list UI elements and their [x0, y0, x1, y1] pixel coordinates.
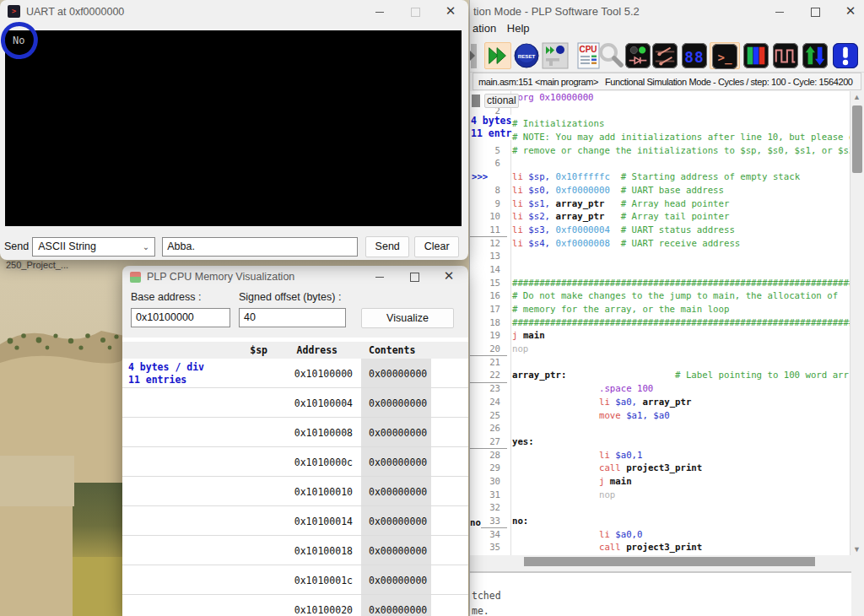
uart-window: > UART at 0xf0000000 ✕ No Send ASCII Str… [0, 0, 468, 260]
code-line: 22array_ptr: # Label pointing to 100 wor… [470, 369, 850, 382]
code-line: 21 [470, 356, 850, 370]
uart-clear-button[interactable]: Clear [414, 236, 459, 257]
code-editor[interactable]: 1.org 0x1000000023# Initializations4# NO… [470, 91, 850, 555]
drag-artifact [472, 95, 480, 107]
code-line: 16# Do not make changes to the jump to m… [470, 289, 850, 303]
column-sp: $sp [250, 344, 267, 356]
drag-artifact-bytes: 4 bytes11 entr [471, 115, 511, 140]
menu-simulation[interactable]: ation [472, 22, 496, 35]
memory-table-row: 0x1010000c0x00000000 [122, 447, 468, 477]
code-line: 18######################################… [470, 316, 850, 330]
memory-titlebar: PLP CPU Memory Visualization ✕ [122, 266, 468, 288]
svg-text:RESET: RESET [518, 53, 536, 59]
uart-minimize-button[interactable] [363, 0, 397, 23]
desktop-icon-label[interactable]: 250_Project_... [6, 260, 68, 270]
code-line: >>>li $sp, 0x10fffffc # Starting address… [470, 170, 850, 184]
plp-titlebar: tion Mode - PLP Software Tool 5.2 ✕ [470, 0, 864, 22]
plp-statusbar: main.asm:151 <main program> Functional S… [470, 73, 864, 91]
visualize-button[interactable]: Visualize [361, 308, 454, 328]
code-line: 17# memory for the array, or the main lo… [470, 303, 850, 316]
search-icon[interactable] [597, 42, 624, 69]
uart-close-button[interactable]: ✕ [434, 0, 467, 23]
uart-window-title: UART at 0xf0000000 [26, 6, 124, 18]
uart-send-button[interactable]: Send [365, 236, 409, 257]
send-mode-select[interactable]: ASCII String⌄ [32, 237, 155, 257]
code-line: 33no: [470, 515, 850, 528]
code-line: 2 [470, 105, 850, 118]
step-watch-icon[interactable] [542, 42, 569, 69]
uart-terminal-icon[interactable]: >_ [710, 42, 740, 69]
svg-text:88: 88 [684, 48, 704, 66]
uart-controls: Send ASCII String⌄ Abba. Send Clear [0, 233, 468, 260]
send-label: Send [4, 240, 29, 252]
memory-maximize-button[interactable] [397, 265, 431, 288]
memory-table: $sp Address Contents 4 bytes / div 11 en… [122, 338, 468, 616]
offset-input[interactable]: 40 [239, 308, 346, 327]
waveform-icon[interactable] [771, 42, 798, 69]
code-line: 15######################################… [470, 277, 850, 290]
svg-text:CPU: CPU [579, 45, 597, 54]
plp-menubar: ation Help [470, 22, 864, 39]
memory-table-row: 0x101000100x00000000 [122, 477, 468, 506]
rgb-led-icon[interactable] [742, 42, 769, 69]
code-line: 10li $s2, array_ptr # Array tail pointer [470, 210, 850, 224]
editor-hscrollbar[interactable] [470, 555, 850, 568]
desktop: 250_Project_... tion Mode - PLP Software… [0, 0, 864, 616]
base-address-input[interactable]: 0x10100000 [131, 308, 230, 327]
code-line: 27yes: [470, 435, 850, 449]
plp-window: tion Mode - PLP Software Tool 5.2 ✕ atio… [469, 0, 864, 616]
code-line: 19j main [470, 329, 850, 343]
run-icon[interactable] [484, 42, 511, 69]
reset-icon[interactable]: RESET [513, 42, 540, 69]
memory-table-row: 0x101000080x00000000 [122, 418, 468, 447]
code-line: 25 move $a1, $a0 [470, 409, 850, 423]
code-line: 34 li $a0,0 [470, 528, 850, 542]
code-line: 30 j main [470, 475, 850, 489]
code-line: 12li $s4, 0xf0000008 # UART receive addr… [470, 237, 850, 251]
switches-icon[interactable] [651, 42, 678, 69]
memory-minimize-button[interactable] [363, 265, 397, 288]
editor-vscrollbar[interactable]: ▲ ▼ [850, 91, 864, 555]
code-line: 6 [470, 157, 850, 170]
seven-segment-icon[interactable]: 88 [680, 42, 707, 69]
column-address: Address [297, 344, 338, 356]
code-line: 26 [470, 422, 850, 435]
svg-text:>_: >_ [718, 51, 732, 65]
step-arrow-icon [470, 51, 475, 61]
memory-table-row: 0x101000140x00000000 [122, 506, 468, 536]
uart-input[interactable]: Abba. [162, 237, 358, 257]
menu-help[interactable]: Help [507, 22, 530, 35]
uart-terminal[interactable]: No [5, 30, 462, 226]
code-line: 4# NOTE: You may add initializations aft… [470, 131, 850, 144]
code-line: 28 li $a0,1 [470, 449, 850, 462]
memory-table-row: 0x101000200x00000000 [122, 595, 468, 616]
code-line: 29 call project3_print [470, 462, 850, 475]
code-line: 31 nop [470, 489, 850, 502]
uart-titlebar: > UART at 0xf0000000 ✕ [0, 0, 468, 23]
offset-label: Signed offset (bytes) : [239, 291, 341, 303]
drag-artifact-text: ctional [484, 94, 519, 108]
output-line: tched [472, 590, 501, 602]
plp-maximize-button[interactable] [798, 0, 832, 23]
code-line: 35 call project3_print [470, 541, 850, 554]
plp-window-title: tion Mode - PLP Software Tool 5.2 [473, 5, 640, 18]
memory-close-button[interactable]: ✕ [432, 265, 466, 288]
plp-minimize-button[interactable] [763, 0, 796, 23]
code-line: 32 [470, 501, 850, 515]
plp-toolbar: RESETCPU88>_ [470, 39, 864, 73]
code-line: 11li $s3, 0xf0000004 # UART status addre… [470, 224, 850, 237]
column-contents: Contents [369, 344, 415, 356]
plp-close-button[interactable]: ✕ [834, 0, 864, 23]
chevron-down-icon: ⌄ [143, 238, 149, 256]
memory-table-row: 0x1010001c0x00000000 [122, 565, 468, 595]
memory-visualization-window: PLP CPU Memory Visualization ✕ Base addr… [122, 266, 468, 616]
memory-table-row: 0x101000180x00000000 [122, 536, 468, 565]
uart-maximize-button[interactable] [398, 0, 432, 23]
output-line: me. [472, 605, 489, 616]
gpio-updown-icon[interactable] [801, 42, 828, 69]
base-address-label: Base address : [131, 291, 201, 303]
output-panel: tched me. [470, 571, 851, 616]
interrupt-icon[interactable] [832, 42, 859, 69]
led-array-icon[interactable] [624, 42, 651, 69]
code-line: 20nop [470, 343, 850, 356]
